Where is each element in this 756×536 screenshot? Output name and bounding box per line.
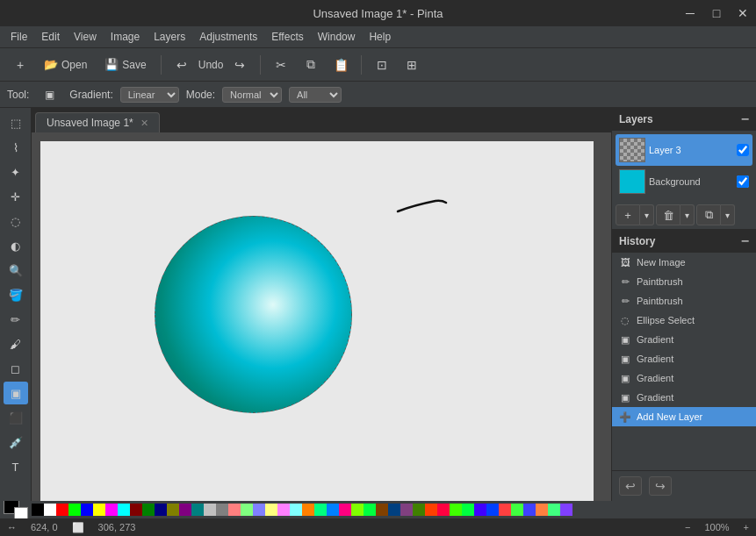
color-swatch[interactable] [204,504,216,516]
color-swatch[interactable] [56,504,68,516]
gradient-select[interactable]: Linear Radial Conical [120,87,179,103]
tool-zoom[interactable]: 🔍 [4,259,28,282]
color-swatch[interactable] [413,504,425,516]
tool-lasso[interactable]: ⌇ [4,136,28,159]
background-color[interactable] [14,507,28,518]
color-swatch[interactable] [155,504,167,516]
color-swatch[interactable] [142,504,155,516]
history-item-gradient-4[interactable]: ▣ Gradient [612,388,756,407]
color-swatch[interactable] [351,504,364,516]
color-swatch[interactable] [118,504,130,516]
history-item-paintbrush-1[interactable]: ✏ Paintbrush [612,272,756,291]
history-collapse-button[interactable]: − [741,233,749,249]
tool-pencil[interactable]: ✏ [4,308,28,331]
color-swatch[interactable] [228,504,241,516]
history-item-paintbrush-2[interactable]: ✏ Paintbrush [612,291,756,311]
save-button[interactable]: 💾 Save [97,56,153,73]
delete-layer-button[interactable]: 🗑 [656,204,680,225]
history-item-gradient-3[interactable]: ▣ Gradient [612,368,756,388]
duplicate-layer-button[interactable]: ⧉ [696,204,721,225]
undo-button[interactable]: ↩ [169,53,195,77]
color-swatch[interactable] [105,504,118,516]
history-undo-button[interactable]: ↩ [619,476,642,496]
tool-paint-bucket[interactable]: 🪣 [4,283,28,306]
color-swatch[interactable] [499,504,511,516]
tool-ellipse-select[interactable]: ◌ [4,210,28,232]
mode-select[interactable]: Normal Multiply Screen [222,87,282,103]
menu-file[interactable]: File [4,29,34,45]
tool-freeform[interactable]: ◐ [4,234,28,257]
zoom-plus-button[interactable]: + [744,522,749,532]
tool-gradient[interactable]: ▣ [4,382,28,404]
redo-button[interactable]: ↪ [227,53,253,77]
color-swatch[interactable] [290,504,302,516]
color-swatch[interactable] [388,504,400,516]
color-swatch[interactable] [167,504,179,516]
color-swatch[interactable] [179,504,191,516]
color-swatch[interactable] [68,504,81,516]
color-swatch[interactable] [462,504,474,516]
minimize-button[interactable]: ─ [677,0,703,26]
color-swatch[interactable] [474,504,486,516]
cut-button[interactable]: ✂ [268,53,294,77]
tool-rectangle-select[interactable]: ⬚ [4,111,28,134]
history-item-add-layer[interactable]: ➕ Add New Layer [612,407,756,426]
layer-3-visibility[interactable] [737,144,749,156]
maximize-button[interactable]: □ [703,0,730,26]
history-item-gradient-2[interactable]: ▣ Gradient [612,349,756,368]
color-swatch[interactable] [314,504,327,516]
color-swatch[interactable] [376,504,388,516]
color-swatch[interactable] [364,504,376,516]
tool-move[interactable]: ✛ [4,185,28,208]
add-layer-dropdown[interactable]: ▾ [640,204,654,225]
color-swatch[interactable] [191,504,204,516]
color-swatch[interactable] [32,504,44,516]
layer-item-background[interactable]: Background [616,166,752,197]
resize-button[interactable]: ⊞ [399,53,425,77]
color-swatch[interactable] [81,504,93,516]
color-swatch[interactable] [486,504,499,516]
color-swatch[interactable] [560,504,572,516]
layer-item-3[interactable]: Layer 3 [616,134,752,166]
history-item-new-image[interactable]: 🖼 New Image [612,253,756,272]
menu-effects[interactable]: Effects [264,29,310,45]
color-swatch[interactable] [548,504,560,516]
color-swatch[interactable] [241,504,253,516]
color-swatch[interactable] [265,504,277,516]
layer-bg-visibility[interactable] [737,175,749,188]
crop-button[interactable]: ⊡ [369,53,395,77]
history-item-ellipse[interactable]: ◌ Ellipse Select [612,311,756,330]
history-redo-button[interactable]: ↪ [649,476,672,496]
color-swatch[interactable] [450,504,462,516]
copy-button[interactable]: ⧉ [298,53,324,77]
close-button[interactable]: ✕ [730,0,756,26]
paste-button[interactable]: 📋 [328,53,354,77]
tool-color-fill[interactable]: ⬛ [4,406,28,429]
layers-collapse-button[interactable]: − [741,111,749,127]
color-swatch[interactable] [536,504,548,516]
tool-eyedropper[interactable]: 💉 [4,431,28,454]
delete-layer-dropdown[interactable]: ▾ [680,204,695,225]
new-button[interactable]: + [7,53,33,77]
canvas-tab[interactable]: Unsaved Image 1* ✕ [35,112,160,132]
color-swatch[interactable] [339,504,351,516]
menu-layers[interactable]: Layers [147,29,192,45]
color-swatch[interactable] [400,504,413,516]
color-swatch[interactable] [277,504,290,516]
history-item-gradient-1[interactable]: ▣ Gradient [612,330,756,349]
tool-text[interactable]: T [4,455,28,478]
color-swatch[interactable] [425,504,437,516]
menu-edit[interactable]: Edit [34,29,67,45]
tool-paintbrush[interactable]: 🖌 [4,332,28,355]
tool-magic-wand[interactable]: ✦ [4,161,28,183]
close-tab-icon[interactable]: ✕ [140,118,148,129]
blend-select[interactable]: All [289,87,342,103]
add-layer-button[interactable]: + [616,204,640,225]
menu-window[interactable]: Window [311,29,363,45]
color-swatch[interactable] [523,504,536,516]
color-swatch[interactable] [93,504,105,516]
menu-view[interactable]: View [67,29,104,45]
menu-image[interactable]: Image [104,29,147,45]
menu-adjustments[interactable]: Adjustments [192,29,264,45]
color-swatch[interactable] [253,504,265,516]
